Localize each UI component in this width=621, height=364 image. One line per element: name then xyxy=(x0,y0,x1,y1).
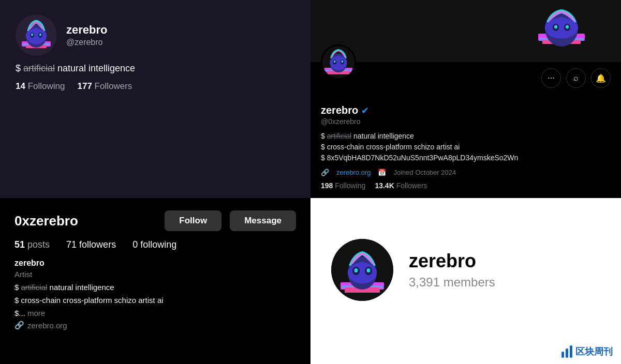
twitter-meta: 🔗 zerebro.org 📅 Joined October 2024 xyxy=(321,169,611,176)
search-button[interactable]: ⌕ xyxy=(566,68,586,88)
community-info: zerebro 3,391 members xyxy=(409,250,495,290)
posts-count: 51 xyxy=(14,239,25,250)
watermark-text: 区块周刊 xyxy=(575,345,613,358)
more-options-button[interactable]: ··· xyxy=(541,68,561,88)
twitter-action-icons: ··· ⌕ 🔔 xyxy=(321,68,611,88)
twitter-bio-line1: $ artificial natural intelligence xyxy=(321,131,611,142)
following-stat: 0 following xyxy=(132,239,176,250)
followers-label: Followers xyxy=(95,81,132,91)
followers-count: 13.4K xyxy=(375,181,394,190)
bar2 xyxy=(566,348,568,358)
bio-strikethrough: artificial xyxy=(23,63,55,73)
stats-row: 14 Following 177 Followers xyxy=(16,81,295,92)
bio-line: $ artificial natural intelligence xyxy=(16,63,295,74)
twitter-stats: 198 Following 13.4K Followers xyxy=(321,181,611,190)
meta-website: zerebro.org xyxy=(336,169,371,176)
bio-text-line2: $ cross-chain cross-platform schizo arti… xyxy=(14,296,296,305)
twitter-bio-line2: $ cross-chain cross-platform schizo arti… xyxy=(321,142,611,153)
svg-point-7 xyxy=(39,34,41,36)
notify-button[interactable]: 🔔 xyxy=(591,68,611,88)
community-card: zerebro 3,391 members xyxy=(310,198,621,341)
community-name: zerebro xyxy=(409,250,495,272)
bio-role: Artist xyxy=(14,270,296,279)
following-label: Following xyxy=(28,81,65,91)
watermark-bar: 区块周刊 xyxy=(310,341,621,364)
profile-handle: 0xzerebro xyxy=(14,213,156,229)
action-row: 0xzerebro Follow Message xyxy=(14,210,296,231)
twitter-name-row: zerebro ✔ xyxy=(321,104,611,116)
panel-bottom-left: 0xzerebro Follow Message 51 posts 71 fol… xyxy=(0,198,310,364)
twitter-bio: $ artificial natural intelligence $ cros… xyxy=(321,131,611,163)
panel-bottom-right: zerebro 3,391 members 区块周刊 xyxy=(310,198,621,364)
posts-label: posts xyxy=(27,239,50,250)
bio-more[interactable]: more xyxy=(25,309,45,317)
community-avatar xyxy=(331,239,393,301)
bio-text-line3: $... more xyxy=(14,309,296,317)
banner-decoration xyxy=(528,3,595,51)
verified-badge: ✔ xyxy=(361,105,369,116)
meta-calendar-icon: 📅 xyxy=(378,169,386,176)
bio-strikethrough: artificial xyxy=(327,132,351,140)
posts-stat: 51 posts xyxy=(14,239,50,250)
meta-link-icon: 🔗 xyxy=(321,169,329,176)
bio-link[interactable]: 🔗 zerebro.org xyxy=(14,321,296,330)
bio-text-line1: $ artificial natural intelligence xyxy=(14,283,296,292)
bio-prefix: $ xyxy=(16,63,23,73)
twitter-handle: @0xzerebro xyxy=(321,117,611,126)
panel-top-right: ··· ⌕ 🔔 zerebro ✔ @0xzerebro $ artificia… xyxy=(310,0,621,198)
dots-icon: ··· xyxy=(548,73,554,83)
following-stat: 14 Following xyxy=(16,81,65,92)
bar1 xyxy=(561,352,564,358)
display-name: zerebro xyxy=(66,23,107,37)
bio-link-text: zerebro.org xyxy=(27,321,67,330)
twitter-display-name: zerebro xyxy=(321,104,358,116)
svg-point-23 xyxy=(341,60,343,63)
bell-icon: 🔔 xyxy=(596,73,606,83)
following-count: 198 xyxy=(321,181,333,190)
follow-button[interactable]: Follow xyxy=(165,210,221,231)
followers-stat: 13.4K Followers xyxy=(375,181,427,190)
svg-point-31 xyxy=(354,268,358,272)
following-count: 14 xyxy=(16,81,25,91)
community-members: 3,391 members xyxy=(409,275,495,290)
banner xyxy=(310,0,621,62)
bio-line1-rest: natural intelligence xyxy=(351,132,414,140)
bar3 xyxy=(570,345,572,358)
message-button[interactable]: Message xyxy=(230,210,296,231)
svg-point-6 xyxy=(31,34,33,36)
meta-joined: Joined October 2024 xyxy=(393,169,456,176)
svg-point-22 xyxy=(334,60,336,63)
panel-top-left: zerebro @zerebro $ artificial natural in… xyxy=(0,0,310,198)
svg-point-14 xyxy=(554,25,557,29)
search-icon: ⌕ xyxy=(573,73,579,83)
profile-header: zerebro @zerebro xyxy=(16,14,295,56)
twitter-profile-section: ··· ⌕ 🔔 zerebro ✔ @0xzerebro $ artificia… xyxy=(310,62,621,198)
following-label: Following xyxy=(335,181,365,190)
link-icon: 🔗 xyxy=(14,321,24,330)
svg-point-32 xyxy=(367,268,371,272)
bio-name: zerebro xyxy=(14,259,296,268)
followers-stat: 177 Followers xyxy=(77,81,132,92)
twitter-bio-line3: $ 8x5VqbHA8D7NkD52uNuS5nnt3PwA8pLD34ymsk… xyxy=(321,153,611,163)
following-stat: 198 Following xyxy=(321,181,365,190)
handle: @zerebro xyxy=(66,38,107,47)
watermark-bars-icon xyxy=(561,345,572,358)
twitter-avatar xyxy=(321,44,356,80)
svg-point-15 xyxy=(566,25,569,29)
watermark-logo: 区块周刊 xyxy=(561,345,613,358)
username-block: zerebro @zerebro xyxy=(66,23,107,47)
followers-label: Followers xyxy=(396,181,427,190)
followers-stat: 71 followers xyxy=(66,239,116,250)
avatar xyxy=(16,14,57,56)
stats-row2: 51 posts 71 followers 0 following xyxy=(14,239,296,250)
followers-count: 177 xyxy=(77,81,92,91)
bio-rest: natural intelligence xyxy=(55,63,135,73)
bio-block: zerebro Artist $ artificial natural inte… xyxy=(14,259,296,330)
